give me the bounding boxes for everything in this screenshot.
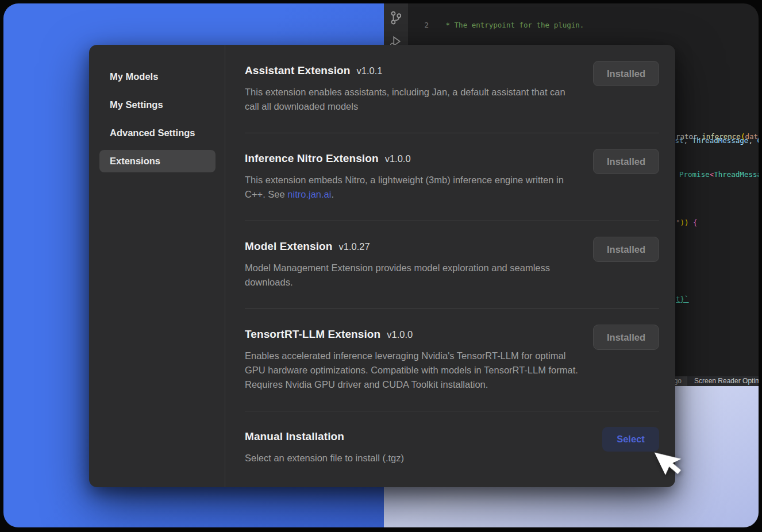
code-fragment: Promise<ThreadMessage> [679,170,759,179]
extension-version: v1.0.0 [387,329,413,340]
installed-button[interactable]: Installed [593,325,659,350]
extension-title: Model Extension [245,240,332,253]
extension-row-tensorrt-llm: TensortRT-LLM Extension v1.0.0 Enables a… [245,309,659,411]
extension-title: Inference Nitro Extension [245,152,379,165]
extension-description: Enables accelerated inference leveraging… [245,349,578,392]
settings-modal: My Models My Settings Advanced Settings … [89,45,675,487]
extension-version: v1.0.27 [338,241,370,252]
extension-row-model: Model Extension v1.0.27 Model Management… [245,221,659,309]
nitro-jan-ai-link[interactable]: nitro.jan.ai [287,189,331,199]
code-fragment: ")) { [676,218,698,227]
sidebar-item-extensions[interactable]: Extensions [99,150,215,172]
extension-description: Model Management Extension provides mode… [245,261,578,290]
extension-version: v1.0.1 [357,65,383,76]
extension-info: Model Extension v1.0.27 Model Management… [245,240,578,290]
screenshot-composition: 2 * The entrypoint for the plugin. 3 */ … [3,3,759,527]
manual-installation-description: Select an extension file to install (.tg… [245,451,404,465]
sidebar-item-advanced-settings[interactable]: Advanced Settings [99,122,215,144]
description-text: . [331,189,334,199]
manual-installation-title: Manual Installation [245,430,344,443]
select-file-button[interactable]: Select [602,427,659,452]
sidebar-item-my-models[interactable]: My Models [99,65,215,88]
code-fragment: rator.inference(data)); [676,132,759,141]
extension-version: v1.0.0 [385,153,411,164]
extension-title: Assistant Extension [245,64,351,77]
source-control-icon [389,10,403,25]
extension-title: TensortRT-LLM Extension [245,328,380,341]
code-fragment: t}` [676,295,689,303]
manual-installation-row: Manual Installation Select an extension … [245,411,659,465]
extension-description: This extension embeds Nitro, a lightweig… [245,173,578,202]
extension-description: This extension enables assistants, inclu… [245,85,578,114]
screen-reader-optimized-label: Screen Reader Optimiz [687,376,759,386]
extension-info: TensortRT-LLM Extension v1.0.0 Enables a… [245,328,578,392]
extension-row-assistant: Assistant Extension v1.0.1 This extensio… [245,51,659,133]
code-line: * The entrypoint for the plugin. [441,21,584,30]
extension-info: Manual Installation Select an extension … [245,430,404,465]
installed-button[interactable]: Installed [593,61,659,86]
extension-info: Assistant Extension v1.0.1 This extensio… [245,64,578,114]
extension-info: Inference Nitro Extension v1.0.0 This ex… [245,152,578,202]
installed-button[interactable]: Installed [593,237,659,262]
line-number: 2 [408,21,429,30]
extension-row-inference-nitro: Inference Nitro Extension v1.0.0 This ex… [245,133,659,221]
extensions-list: Assistant Extension v1.0.1 This extensio… [225,45,675,487]
installed-button[interactable]: Installed [593,149,659,174]
sidebar-item-my-settings[interactable]: My Settings [99,94,215,116]
settings-sidebar: My Models My Settings Advanced Settings … [89,45,225,487]
